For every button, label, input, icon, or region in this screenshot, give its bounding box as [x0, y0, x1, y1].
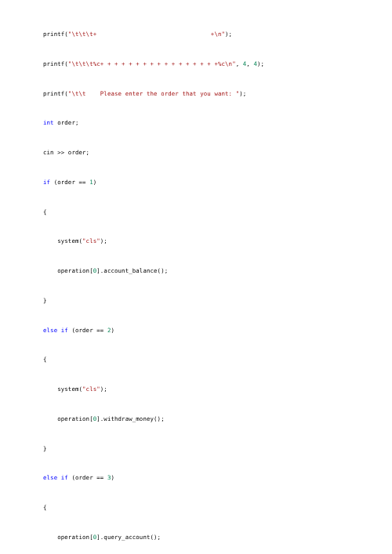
code-token: system( — [43, 237, 82, 244]
code-token: operation[ — [43, 415, 93, 422]
code-token: ) — [111, 327, 114, 334]
code-token: "cls" — [82, 237, 100, 244]
code-token: ) — [93, 179, 97, 186]
code-token: operation[ — [43, 534, 93, 541]
code-token: order; — [54, 119, 79, 126]
code-token: "\t\t\t+ +\n" — [68, 31, 225, 38]
code-token: (order == — [50, 179, 89, 186]
code-token: int — [43, 119, 54, 126]
code-block: printf("\t\t\t+ +\n"); printf("\t\t\t%c+… — [0, 0, 392, 554]
code-token: } — [43, 297, 47, 304]
code-token: "\t\t\t%c+ + + + + + + + + + + + + + + +… — [68, 60, 236, 67]
code-token: } — [43, 445, 47, 452]
code-token: "cls" — [82, 386, 100, 393]
code-token: { — [43, 504, 47, 511]
code-token: ); — [100, 237, 107, 244]
code-token: system( — [43, 386, 82, 393]
code-token: if — [61, 327, 68, 334]
code-token: "\t\t Please enter the order that you wa… — [68, 90, 239, 97]
code-token: else — [43, 327, 57, 334]
code-token: printf( — [43, 60, 68, 67]
code-token: printf( — [43, 31, 68, 38]
code-token: cin >> order; — [43, 149, 89, 156]
code-token: ].query_account(); — [96, 534, 161, 541]
code-token: (order == — [68, 327, 107, 334]
code-token: { — [43, 356, 47, 363]
code-token: ].account_balance(); — [96, 267, 168, 274]
code-token: printf( — [43, 90, 68, 97]
code-token: if — [43, 179, 50, 186]
code-token: { — [43, 208, 47, 215]
code-token: , — [236, 60, 243, 67]
code-token: ].withdraw_money(); — [96, 415, 164, 422]
source-code: printf("\t\t\t+ +\n"); printf("\t\t\t%c+… — [43, 31, 321, 554]
code-token: ) — [111, 474, 114, 481]
code-token: ); — [100, 386, 107, 393]
code-token: else — [43, 474, 57, 481]
code-token: ); — [239, 90, 246, 97]
code-token: (order == — [68, 474, 107, 481]
code-token: ); — [225, 31, 232, 38]
code-token: operation[ — [43, 267, 93, 274]
code-token: ); — [257, 60, 264, 67]
code-token: if — [61, 474, 68, 481]
